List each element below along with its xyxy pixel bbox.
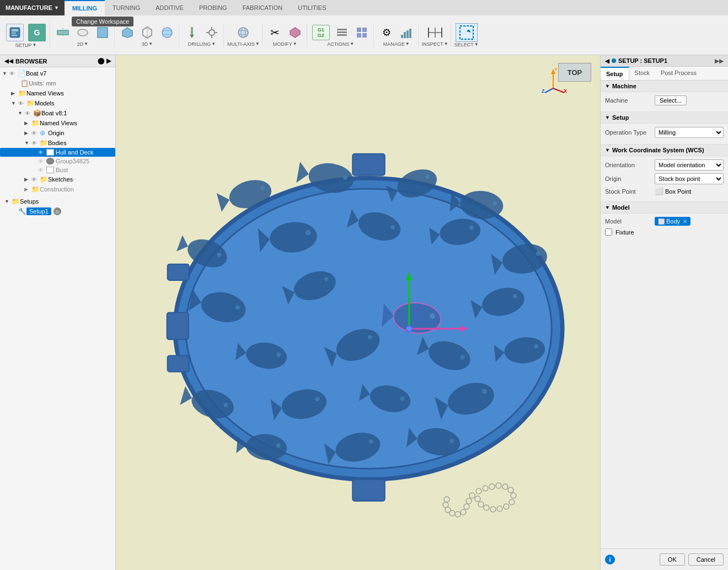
toolbar-group-manage: ⚙ MANAGE ▼: [375, 24, 419, 47]
section-model: ▼ Model Model ⬜ Body ✕: [601, 201, 728, 242]
svg-rect-23: [337, 29, 347, 30]
panel-footer: i OK Cancel: [601, 548, 728, 570]
toolbar-btn-3d-2[interactable]: [138, 24, 157, 41]
browser-header: ◀◀ BROWSER ⬤ ▶: [0, 55, 115, 67]
tree-item-sketches[interactable]: ▶ 👁 📁 Sketches: [0, 174, 115, 184]
toolbar-btn-2d-3[interactable]: [93, 24, 112, 41]
tab-utilities[interactable]: UTILITIES: [290, 0, 334, 15]
operation-type-select[interactable]: Milling: [655, 127, 724, 138]
toolbar-group-actions: G1G2 ACTIONS ▼: [308, 24, 374, 47]
model-section-header[interactable]: ▼ Model: [601, 201, 728, 214]
tab-fabrication[interactable]: FABRICATION: [235, 0, 291, 15]
cancel-button[interactable]: Cancel: [688, 553, 724, 566]
svg-point-148: [455, 512, 461, 517]
svg-rect-27: [362, 28, 367, 32]
axis-indicator: Y X Z: [539, 66, 567, 95]
tree-item-bodies[interactable]: ▼ 👁 📁 Bodies: [0, 138, 115, 148]
toolbar-btn-3d-1[interactable]: [118, 24, 137, 41]
tree-item-boat[interactable]: ▼ 👁 📄 Boat v7: [0, 68, 115, 78]
svg-rect-7: [98, 28, 108, 38]
svg-point-144: [469, 493, 475, 498]
toolbar-btn-manage-1[interactable]: ⚙: [377, 24, 396, 41]
toolbar-btn-multiaxis[interactable]: [234, 24, 253, 41]
svg-marker-22: [290, 28, 300, 38]
tree-item-bust[interactable]: 👁 Bust: [0, 166, 115, 174]
setup-section-header[interactable]: ▼ Setup: [601, 111, 728, 124]
toolbar-btn-2d-2[interactable]: [73, 24, 92, 41]
svg-point-134: [502, 484, 508, 489]
toolbar-btn-inspect[interactable]: [425, 24, 446, 41]
manufacture-button[interactable]: MANUFACTURE ▼: [0, 0, 65, 15]
browser-collapse[interactable]: ▶: [106, 57, 111, 65]
tree-item-units[interactable]: 📋 Units: mm: [0, 78, 115, 88]
model-body-tag[interactable]: ⬜ Body ✕: [655, 217, 690, 226]
tab-probing[interactable]: PROBING: [191, 0, 235, 15]
tab-milling[interactable]: MILLING: [65, 0, 105, 15]
tree-item-boat-v8[interactable]: ▼ 👁 📦 Boat v8:1: [0, 108, 115, 118]
toolbar-btn-setup[interactable]: [4, 23, 25, 42]
svg-rect-31: [404, 32, 406, 38]
toolbar-btn-select[interactable]: [456, 23, 478, 42]
model-tag-close[interactable]: ✕: [683, 219, 687, 225]
tab-post-process[interactable]: Post Process: [655, 67, 702, 80]
toolbar-btn-g[interactable]: G: [26, 23, 47, 42]
svg-rect-3: [12, 35, 17, 36]
tab-additive[interactable]: ADDITIVE: [148, 0, 191, 15]
svg-point-141: [484, 505, 489, 510]
svg-point-147: [461, 509, 466, 515]
svg-point-131: [483, 486, 488, 491]
toolbar-group-3d: 3D ▼: [116, 24, 179, 47]
svg-rect-38: [460, 26, 473, 39]
viewport[interactable]: TOP Y X Z: [116, 55, 600, 570]
tree-item-hull[interactable]: 👁 Hull and Deck: [0, 148, 115, 157]
toolbar-btn-g1g2[interactable]: G1G2: [311, 24, 331, 41]
toolbar-group-multiaxis: MULTI-AXIS ▼: [225, 24, 263, 47]
svg-point-145: [466, 498, 472, 504]
orientation-select[interactable]: Model orientation: [655, 159, 724, 171]
origin-select[interactable]: Stock box point: [655, 173, 724, 184]
toolbar-btn-drill-1[interactable]: [183, 24, 201, 41]
tree-item-setup1[interactable]: 🔧 Setup1 ◎: [0, 206, 115, 216]
svg-text:Y: Y: [554, 67, 558, 72]
ok-button[interactable]: OK: [660, 553, 685, 566]
tree-item-construction[interactable]: ▶ 📁 Construction: [0, 184, 115, 194]
svg-rect-2: [12, 33, 16, 34]
svg-rect-44: [168, 356, 189, 372]
svg-marker-13: [190, 35, 194, 38]
svg-rect-28: [357, 33, 361, 38]
svg-marker-50: [296, 162, 311, 185]
toolbar-btn-modify-1[interactable]: ✂: [266, 24, 285, 41]
tab-setup[interactable]: Setup: [601, 67, 629, 80]
tree-item-origin[interactable]: ▶ 👁 ⊕ Origin: [0, 128, 115, 138]
tab-turning[interactable]: TURNING: [105, 0, 148, 15]
section-setup: ▼ Setup Operation Type Milling: [601, 111, 728, 144]
tree-item-setups[interactable]: ▼ 📁 Setups: [0, 196, 115, 206]
svg-rect-33: [409, 29, 411, 38]
toolbar-btn-modify-2[interactable]: [286, 24, 304, 41]
toolbar-btn-3d-3[interactable]: [158, 24, 176, 41]
machine-select-btn[interactable]: Select...: [655, 95, 687, 105]
svg-point-6: [78, 29, 88, 36]
toolbar-btn-actions-3[interactable]: [352, 24, 371, 41]
panel-tabs: Setup Stock Post Process: [601, 67, 728, 81]
tree-item-named-views2[interactable]: ▶ 📁 Named Views: [0, 118, 115, 128]
tree-item-group[interactable]: 👁 Group34825: [0, 157, 115, 166]
tab-stock[interactable]: Stock: [629, 67, 656, 80]
tree-item-models[interactable]: ▼ 👁 📁 Models: [0, 98, 115, 108]
svg-point-10: [162, 28, 172, 38]
info-button[interactable]: i: [605, 555, 615, 564]
svg-line-126: [553, 88, 564, 93]
toolbar-btn-2d-1[interactable]: [53, 24, 72, 41]
toolbar-group-modify: ✂ MODIFY ▼: [264, 24, 307, 47]
toolbar-group-inspect: INSPECT ▼: [420, 24, 451, 47]
machine-section-header[interactable]: ▼ Machine: [601, 81, 728, 92]
toolbar-btn-manage-2[interactable]: [397, 24, 416, 41]
toolbar-btn-actions-2[interactable]: [333, 24, 351, 41]
toolbar-group-drilling: DRILLING ▼: [180, 24, 224, 47]
fixture-checkbox[interactable]: [605, 228, 612, 236]
tree-item-named-views[interactable]: ▶ 📁 Named Views: [0, 88, 115, 98]
svg-point-135: [508, 487, 513, 493]
wcs-section-header[interactable]: ▼ Work Coordinate System (WCS): [601, 144, 728, 156]
toolbar-btn-drill-2[interactable]: [202, 24, 221, 41]
svg-marker-8: [122, 28, 132, 38]
